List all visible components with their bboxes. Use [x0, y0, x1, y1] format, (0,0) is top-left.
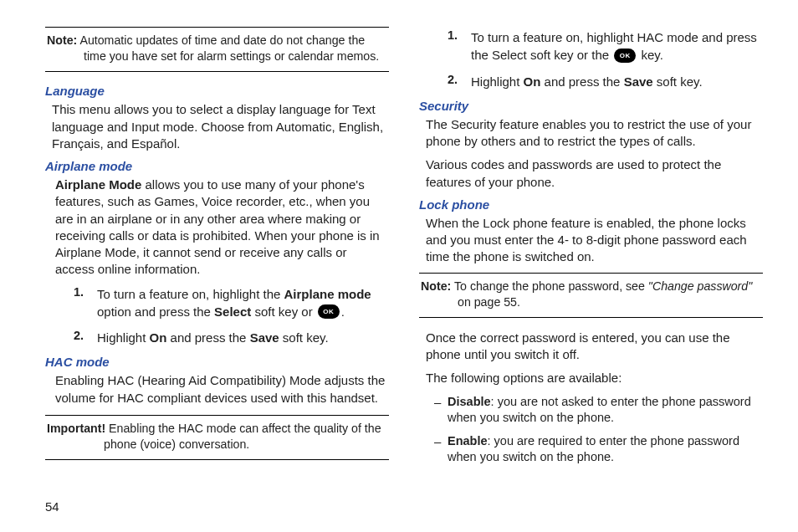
step-num: 2. — [448, 73, 471, 90]
heading-language: Language — [45, 84, 389, 98]
heading-hac-mode: HAC mode — [45, 355, 389, 369]
option-disable: – Disable: you are not asked to enter th… — [434, 394, 763, 427]
two-column-layout: Note: Automatic updates of time and date… — [45, 25, 763, 473]
option-enable: – Enable: you are required to enter the … — [434, 433, 763, 466]
note-lead: Note: — [47, 33, 77, 47]
note-text: Automatic updates of time and date do no… — [77, 33, 379, 63]
step-1: 1. To turn a feature on, highlight the A… — [74, 285, 389, 321]
option-text: : you are required to enter the phone pa… — [448, 434, 739, 464]
note-t1: To change the phone password, see — [451, 279, 648, 293]
para-security-2: Various codes and passwords are used to … — [426, 156, 763, 191]
step-1: 1. To turn a feature on, highlight HAC m… — [448, 28, 763, 64]
note-lead: Note: — [421, 279, 451, 293]
page-number: 54 — [45, 499, 59, 514]
para-after-2: The following options are available: — [426, 370, 763, 386]
right-column: 1. To turn a feature on, highlight HAC m… — [419, 25, 763, 473]
important-text: Enabling the HAC mode can affect the qua… — [104, 422, 381, 451]
step-num: 2. — [74, 329, 97, 346]
heading-airplane-mode: Airplane mode — [45, 159, 389, 173]
option-label: Disable — [448, 395, 491, 408]
para-airplane-mode: Airplane Mode allows you to use many of … — [55, 176, 389, 279]
step-text: Highlight On and press the Save soft key… — [471, 73, 703, 90]
hac-steps: 1. To turn a feature on, highlight HAC m… — [448, 28, 763, 90]
heading-lock-phone: Lock phone — [419, 197, 763, 212]
option-label: Enable — [448, 434, 488, 448]
ok-key-icon: OK — [614, 49, 636, 63]
step-2: 2. Highlight On and press the Save soft … — [74, 329, 389, 346]
step-num: 1. — [74, 285, 97, 321]
ok-key-icon: OK — [318, 304, 340, 319]
step-text: Highlight On and press the Save soft key… — [97, 329, 329, 346]
airplane-bold: Airplane Mode — [55, 177, 141, 192]
note-t2: on page 55. — [458, 295, 520, 309]
step-2: 2. Highlight On and press the Save soft … — [448, 73, 763, 90]
option-text: : you are not asked to enter the phone p… — [448, 395, 751, 425]
step-text: To turn a feature on, highlight HAC mode… — [471, 28, 763, 64]
options-list: – Disable: you are not asked to enter th… — [434, 394, 763, 466]
para-lock-phone: When the Lock phone feature is enabled, … — [426, 215, 763, 266]
airplane-steps: 1. To turn a feature on, highlight the A… — [74, 285, 389, 347]
step-num: 1. — [448, 28, 471, 64]
note-quote: "Change password" — [648, 279, 752, 293]
heading-security: Security — [419, 99, 763, 113]
para-hac-mode: Enabling HAC (Hearing Aid Compatibility)… — [55, 372, 389, 407]
left-column: Note: Automatic updates of time and date… — [45, 25, 389, 473]
para-security-1: The Security feature enables you to rest… — [426, 116, 763, 151]
step-text: To turn a feature on, highlight the Airp… — [97, 285, 389, 321]
para-language: This menu allows you to select a display… — [52, 101, 389, 152]
airplane-rest: allows you to use many of your phone's f… — [55, 177, 380, 276]
note-box-change-password: Note: To change the phone password, see … — [419, 273, 763, 318]
note-box-time-date: Note: Automatic updates of time and date… — [45, 27, 389, 72]
para-after-1: Once the correct password is entered, yo… — [426, 330, 763, 364]
important-box-hac: Important! Enabling the HAC mode can aff… — [45, 415, 389, 460]
important-lead: Important! — [47, 422, 105, 435]
